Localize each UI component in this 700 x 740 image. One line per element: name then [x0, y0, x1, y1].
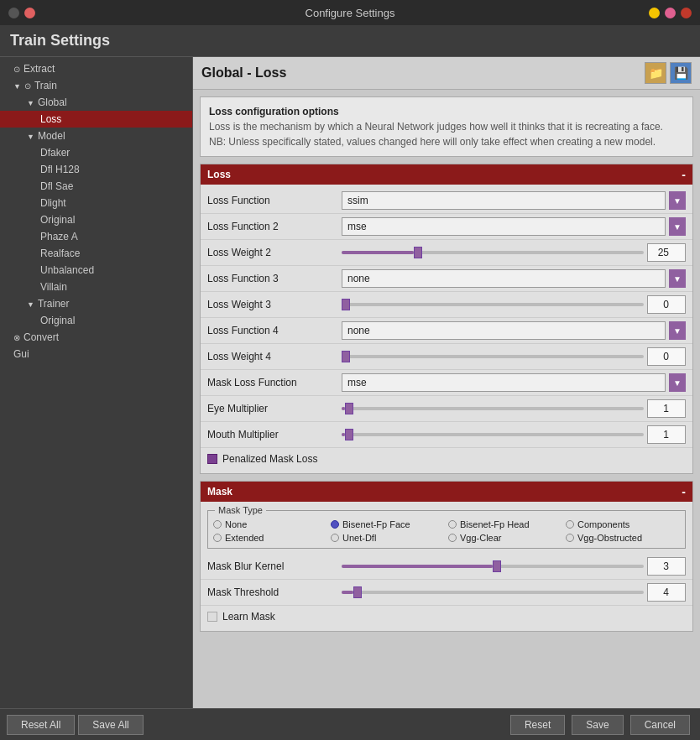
- loss-function-dropdown-arrow[interactable]: ▼: [669, 191, 686, 210]
- mask-threshold-control: [342, 583, 686, 602]
- loss-function-4-dropdown[interactable]: none: [342, 321, 666, 340]
- sidebar-item-train[interactable]: ⊙ Train: [0, 77, 192, 94]
- reset-button[interactable]: Reset: [510, 715, 565, 735]
- mouth-multiplier-label: Mouth Multiplier: [207, 429, 342, 440]
- save-all-button[interactable]: Save All: [78, 715, 143, 735]
- loss-weight-4-slider-track[interactable]: [342, 355, 644, 358]
- mouth-multiplier-thumb[interactable]: [345, 429, 353, 440]
- loss-weight-4-input[interactable]: [647, 347, 686, 366]
- mask-threshold-input[interactable]: [647, 583, 686, 602]
- close-dot[interactable]: [24, 8, 35, 18]
- close-button[interactable]: [681, 8, 692, 18]
- loss-function-4-arrow[interactable]: ▼: [669, 321, 686, 340]
- loss-function-2-dropdown[interactable]: mse: [342, 217, 666, 236]
- sidebar-item-unbalanced[interactable]: Unbalanced: [0, 262, 192, 279]
- folder-button[interactable]: 📁: [645, 62, 666, 84]
- extended-radio[interactable]: [213, 534, 222, 542]
- loss-function-4-value: none: [347, 325, 370, 336]
- none-radio[interactable]: [213, 520, 222, 529]
- content-scroll[interactable]: Loss configuration options Loss is the m…: [193, 90, 700, 708]
- eye-multiplier-slider-track[interactable]: [342, 407, 644, 410]
- sidebar-item-convert[interactable]: ⊗ Convert: [0, 329, 192, 346]
- mask-loss-function-dropdown[interactable]: mse: [342, 373, 666, 392]
- app-body: ⊙ Extract ⊙ Train Global Loss: [0, 57, 700, 708]
- sidebar-item-realface[interactable]: Realface: [0, 245, 192, 262]
- mask-type-bisenet-fp-head[interactable]: Bisenet-Fp Head: [448, 519, 562, 529]
- eye-multiplier-thumb[interactable]: [345, 403, 353, 414]
- save-config-button[interactable]: 💾: [670, 62, 692, 84]
- sidebar-item-dfl-sae[interactable]: Dfl Sae: [0, 178, 192, 195]
- trainer-expand-icon: [27, 300, 34, 309]
- header-buttons: 📁 💾: [645, 62, 692, 84]
- sidebar-item-original-model[interactable]: Original: [0, 211, 192, 228]
- learn-mask-checkbox[interactable]: [207, 612, 217, 622]
- sidebar-item-dfl-h128[interactable]: Dfl H128: [0, 161, 192, 178]
- eye-multiplier-control: [342, 399, 686, 418]
- loss-function-control: ssim ▼: [342, 191, 686, 210]
- mask-blur-kernel-input[interactable]: [647, 557, 686, 576]
- mouth-multiplier-slider-track[interactable]: [342, 433, 644, 436]
- sidebar-label-dlight: Dlight: [40, 197, 66, 209]
- train-expand-icon: [13, 81, 21, 91]
- mouth-multiplier-input[interactable]: [647, 425, 686, 444]
- loss-weight-3-slider-track[interactable]: [342, 303, 644, 306]
- mask-blur-kernel-thumb[interactable]: [493, 560, 501, 572]
- bisenet-fp-face-radio[interactable]: [331, 520, 339, 529]
- unet-dfl-radio[interactable]: [331, 534, 339, 542]
- sidebar-item-extract[interactable]: ⊙ Extract: [0, 60, 192, 77]
- mask-type-extended[interactable]: Extended: [213, 533, 327, 543]
- reset-all-button[interactable]: Reset All: [7, 715, 75, 735]
- sidebar-item-global[interactable]: Global: [0, 94, 192, 111]
- mask-type-unet-dfl[interactable]: Unet-Dfl: [331, 533, 445, 543]
- loss-weight-3-input[interactable]: [647, 295, 686, 314]
- loss-weight-3-thumb[interactable]: [342, 299, 350, 310]
- mask-section-body: Mask Type None Bisenet-Fp Face: [201, 502, 692, 631]
- sidebar-label-original-model: Original: [40, 214, 75, 226]
- components-radio[interactable]: [566, 520, 574, 529]
- minimize-button[interactable]: [649, 8, 660, 18]
- mask-type-vgg-obstructed[interactable]: Vgg-Obstructed: [566, 533, 680, 543]
- bisenet-fp-head-label: Bisenet-Fp Head: [460, 519, 530, 529]
- mask-threshold-track[interactable]: [342, 591, 644, 594]
- mask-section-collapse[interactable]: -: [682, 485, 686, 498]
- loss-function-3-control: none ▼: [342, 269, 686, 288]
- mask-type-components[interactable]: Components: [566, 519, 680, 529]
- sidebar-label-unbalanced: Unbalanced: [40, 264, 94, 276]
- loss-function-2-arrow[interactable]: ▼: [669, 217, 686, 236]
- loss-section-header: Loss -: [201, 164, 692, 185]
- sidebar-item-trainer[interactable]: Trainer: [0, 295, 192, 312]
- sidebar-item-trainer-original[interactable]: Original: [0, 312, 192, 329]
- cancel-button[interactable]: Cancel: [630, 715, 690, 735]
- app-icon-dot: [8, 8, 19, 18]
- sidebar-item-model[interactable]: Model: [0, 128, 192, 144]
- sidebar-item-gui[interactable]: Gui: [0, 346, 192, 362]
- loss-function-dropdown[interactable]: ssim: [342, 191, 666, 210]
- loss-function-3-dropdown[interactable]: none: [342, 269, 666, 288]
- bisenet-fp-head-radio[interactable]: [448, 520, 457, 529]
- mask-loss-function-arrow[interactable]: ▼: [669, 373, 686, 392]
- loss-section-collapse[interactable]: -: [682, 168, 686, 181]
- mask-type-vgg-clear[interactable]: Vgg-Clear: [448, 533, 562, 543]
- sidebar-item-loss[interactable]: Loss: [0, 111, 192, 128]
- loss-weight-2-input[interactable]: [647, 243, 686, 262]
- sidebar-item-dlight[interactable]: Dlight: [0, 195, 192, 211]
- sidebar-item-villain[interactable]: Villain: [0, 279, 192, 295]
- mask-blur-kernel-track[interactable]: [342, 565, 644, 568]
- sidebar-item-dfaker[interactable]: Dfaker: [0, 144, 192, 161]
- mask-threshold-thumb[interactable]: [353, 586, 362, 598]
- loss-function-3-arrow[interactable]: ▼: [669, 269, 686, 288]
- mask-type-bisenet-fp-face[interactable]: Bisenet-Fp Face: [331, 519, 445, 529]
- loss-weight-2-thumb[interactable]: [414, 247, 422, 258]
- vgg-obstructed-radio[interactable]: [566, 534, 574, 542]
- mask-type-none[interactable]: None: [213, 519, 327, 529]
- penalized-mask-loss-checkbox[interactable]: [207, 454, 217, 464]
- save-button[interactable]: Save: [572, 715, 623, 735]
- sidebar-item-phaze-a[interactable]: Phaze A: [0, 228, 192, 245]
- vgg-clear-radio[interactable]: [448, 534, 457, 542]
- loss-weight-2-slider-track[interactable]: [342, 251, 644, 254]
- sidebar-label-loss: Loss: [40, 113, 61, 125]
- loss-weight-4-thumb[interactable]: [342, 351, 350, 362]
- loss-weight-3-label: Loss Weight 3: [207, 299, 342, 310]
- eye-multiplier-input[interactable]: [647, 399, 686, 418]
- maximize-button[interactable]: [665, 8, 676, 18]
